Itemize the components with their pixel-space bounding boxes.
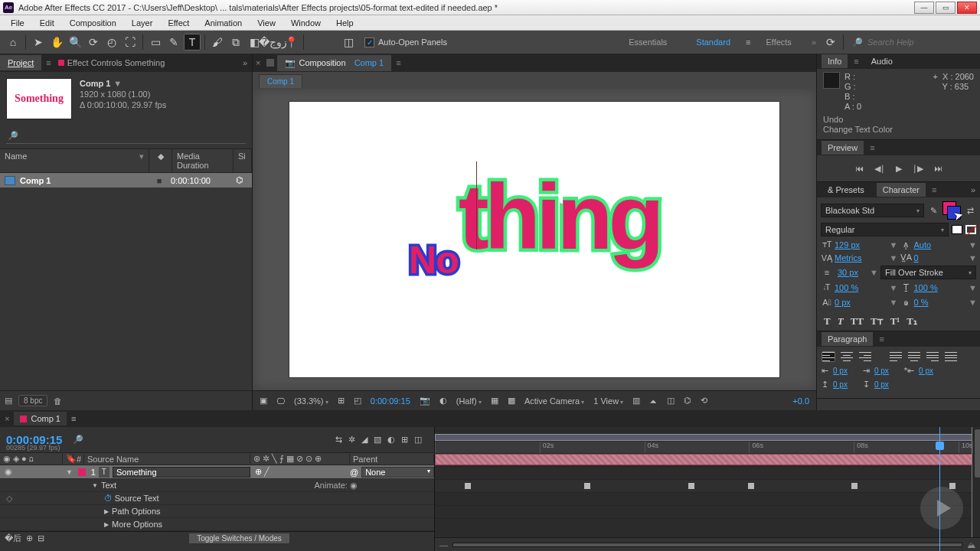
kerning-value[interactable]: Metrics xyxy=(833,253,890,262)
timeline-comp-tab[interactable]: Comp 1 xyxy=(14,412,67,425)
justify-left-button[interactable] xyxy=(889,351,903,362)
indent-first-value[interactable]: 0 px xyxy=(874,367,889,375)
fill-stroke-swatch[interactable]: ➤ xyxy=(942,201,961,220)
transparency-grid-icon[interactable]: ▩ xyxy=(505,396,518,406)
align-right-button[interactable] xyxy=(858,351,872,362)
menu-composition[interactable]: Composition xyxy=(62,17,124,29)
rect-tool[interactable]: ▭ xyxy=(147,34,164,51)
layer-name-field[interactable]: Something xyxy=(113,467,250,478)
toggle-switches-icon[interactable]: �后 xyxy=(5,533,21,544)
maximize-button[interactable]: ▭ xyxy=(936,2,956,14)
keyframe-icon[interactable] xyxy=(584,483,590,489)
info-tab[interactable]: Info xyxy=(822,54,848,68)
baseline-value[interactable]: 0 px xyxy=(833,298,890,307)
panel-menu-icon[interactable]: ≡ xyxy=(396,58,400,67)
graph-editor-icon[interactable]: ⊞ xyxy=(401,435,408,445)
space-after-value[interactable]: 0 px xyxy=(874,380,889,389)
col-label-header[interactable]: ◆ xyxy=(149,149,172,172)
preview-tab[interactable]: Preview xyxy=(822,141,864,155)
pen-tool[interactable]: ✎ xyxy=(165,34,182,51)
toggle-switches-modes-button[interactable]: Toggle Switches / Modes xyxy=(188,533,290,544)
faux-bold-button[interactable]: T xyxy=(824,315,831,328)
layer-bar-track[interactable] xyxy=(435,453,980,467)
project-tab[interactable]: Project xyxy=(0,55,41,70)
zoom-tool[interactable]: 🔍 xyxy=(67,34,83,51)
menu-effect[interactable]: Effect xyxy=(160,17,197,29)
keyframe-icon[interactable] xyxy=(465,483,471,489)
delete-icon[interactable]: 🗑 xyxy=(54,396,62,406)
effects-presets-tab[interactable]: & Presets xyxy=(822,183,871,197)
workspace-essentials[interactable]: Essentials xyxy=(615,34,681,50)
swap-colors-icon[interactable]: ⇄ xyxy=(964,206,976,216)
composition-tab[interactable]: 📷 Composition Comp 1 xyxy=(277,55,391,71)
time-ruler[interactable]: 02s 04s 06s 08s 10s xyxy=(435,427,980,453)
menu-layer[interactable]: Layer xyxy=(124,17,161,29)
fast-previews-icon[interactable]: ▦ xyxy=(488,396,501,406)
stopwatch-icon[interactable]: ⏱ xyxy=(104,494,113,503)
font-style-dropdown[interactable]: Regular▾ xyxy=(821,223,949,236)
help-search[interactable]: 🔎 xyxy=(848,37,975,47)
hscale-value[interactable]: 100 % xyxy=(913,283,969,292)
timeline-search-icon[interactable]: 🔎 xyxy=(73,435,83,445)
color-depth-button[interactable]: 8 bpc xyxy=(18,395,47,406)
animate-menu-icon[interactable]: ◉ xyxy=(350,481,358,490)
keyframe-icon[interactable] xyxy=(949,483,956,489)
vscale-value[interactable]: 100 % xyxy=(833,283,890,292)
workspace-menu-icon[interactable]: ≡ xyxy=(746,37,750,47)
puppet-tool[interactable]: 📍 xyxy=(283,34,299,51)
twirl-down-icon[interactable]: ▼ xyxy=(63,468,76,476)
parent-dropdown[interactable]: None▾ xyxy=(361,467,434,478)
small-caps-button[interactable]: Tᴛ xyxy=(871,315,884,328)
show-channel-icon[interactable]: ◐ xyxy=(437,396,449,406)
always-preview-icon[interactable]: ▣ xyxy=(257,396,270,406)
magnification-icon[interactable]: 🖵 xyxy=(274,396,287,406)
work-area-bar[interactable] xyxy=(435,434,972,441)
panel-overflow-icon[interactable]: » xyxy=(971,185,975,194)
playhead[interactable] xyxy=(939,427,940,551)
source-name-header[interactable]: Source Name xyxy=(84,455,250,464)
eyedropper-icon[interactable]: ✎ xyxy=(927,206,939,216)
panel-menu-icon[interactable]: ≡ xyxy=(870,143,874,152)
character-tab[interactable]: Character xyxy=(877,183,926,197)
roi-icon[interactable]: ◰ xyxy=(351,396,364,406)
flowchart-icon[interactable]: ⌬ xyxy=(232,175,247,185)
parent-header[interactable]: Parent xyxy=(350,455,434,464)
timeline-scrollbar[interactable] xyxy=(973,427,980,551)
keyframe-icon[interactable] xyxy=(851,483,858,489)
panel-menu-icon[interactable]: ≡ xyxy=(879,334,884,344)
stroke-mode-dropdown[interactable]: Fill Over Stroke▾ xyxy=(880,266,976,279)
next-frame-button[interactable]: ∣▶ xyxy=(913,164,923,174)
indent-right-value[interactable]: 0 px xyxy=(919,367,933,375)
col-name-header[interactable]: Name xyxy=(5,152,27,161)
effect-controls-tab[interactable]: Effect Controls Something xyxy=(51,55,173,70)
audio-tab[interactable]: Audio xyxy=(865,54,899,68)
roto-tool[interactable]: �زوج xyxy=(264,34,281,51)
menu-file[interactable]: File xyxy=(3,17,32,29)
project-search[interactable]: 🔎 xyxy=(6,129,246,144)
time-navigator[interactable] xyxy=(452,543,962,547)
sync-icon[interactable]: ⟳ xyxy=(822,34,839,51)
frame-blend-icon[interactable]: ▧ xyxy=(374,435,381,445)
type-tool[interactable]: T xyxy=(184,34,201,51)
comp-flowchart-icon[interactable]: ⌬ xyxy=(681,396,694,406)
camera-tool[interactable]: ⛶ xyxy=(122,34,139,51)
composition-mini-tab[interactable]: Comp 1 xyxy=(259,74,302,88)
minimize-button[interactable]: — xyxy=(914,2,934,14)
project-item-comp1[interactable]: Comp 1 ■ 0:00:10:00 ⌬ xyxy=(0,173,252,187)
tracking-value[interactable]: 0 xyxy=(913,253,969,262)
fast-draft-icon[interactable]: ⏶ xyxy=(647,396,660,406)
timeline-prop-more-options[interactable]: ▶More Options xyxy=(0,518,434,531)
pixel-aspect-icon[interactable]: ▥ xyxy=(630,396,642,406)
indent-left-value[interactable]: 0 px xyxy=(833,367,848,375)
rotate-tool[interactable]: ◴ xyxy=(103,34,120,51)
motion-blur-icon[interactable]: ◐ xyxy=(387,435,395,445)
parent-pickwhip-icon[interactable]: @ xyxy=(350,468,358,477)
viewer-lock-icon[interactable] xyxy=(266,59,274,67)
timeline-frame-icon[interactable]: ⊟ xyxy=(38,533,44,543)
active-camera-dropdown[interactable]: Active Camera xyxy=(522,396,586,406)
visibility-toggle[interactable]: ◉ xyxy=(5,467,12,477)
canvas-text-no[interactable]: No xyxy=(409,238,459,282)
close-button[interactable]: ✕ xyxy=(957,2,977,14)
timeline-prop-source-text[interactable]: ◇⏱ Source Text xyxy=(0,492,434,505)
auto-open-panels-checkbox[interactable]: ✓Auto-Open Panels xyxy=(364,37,447,47)
